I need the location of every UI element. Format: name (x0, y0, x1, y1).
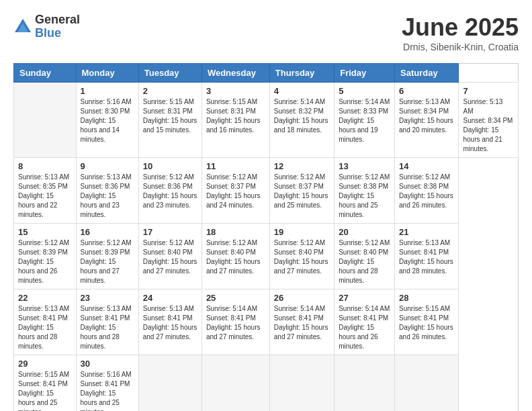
sunset-text: Sunset: 8:39 PM (18, 248, 68, 256)
calendar-cell: 14Sunrise: 5:12 AMSunset: 8:38 PMDayligh… (395, 158, 459, 224)
calendar-cell: 28Sunrise: 5:15 AMSunset: 8:41 PMDayligh… (395, 289, 459, 355)
day-number: 1 (81, 86, 134, 96)
sunset-text: Sunset: 8:33 PM (339, 107, 388, 115)
calendar-cell: 16Sunrise: 5:12 AMSunset: 8:39 PMDayligh… (76, 224, 138, 289)
daylight-text: Daylight: 15 hours and 28 minutes. (339, 258, 378, 284)
day-number: 11 (206, 161, 265, 171)
calendar-cell: 11Sunrise: 5:12 AMSunset: 8:37 PMDayligh… (202, 158, 269, 224)
sunset-text: Sunset: 8:41 PM (274, 314, 324, 322)
sunrise-text: Sunrise: 5:12 AM (274, 173, 325, 181)
daylight-text: Daylight: 15 hours and 26 minutes. (18, 258, 57, 284)
logo-text: General Blue (35, 13, 80, 40)
day-info: Sunrise: 5:12 AMSunset: 8:39 PMDaylight:… (81, 238, 134, 285)
header-saturday: Saturday (395, 64, 459, 83)
sunrise-text: Sunrise: 5:16 AM (81, 98, 132, 105)
day-number: 3 (206, 86, 265, 96)
day-info: Sunrise: 5:15 AMSunset: 8:41 PMDaylight:… (18, 370, 72, 411)
day-info: Sunrise: 5:12 AMSunset: 8:36 PMDaylight:… (143, 173, 197, 210)
daylight-text: Daylight: 15 hours and 27 minutes. (206, 258, 261, 275)
day-info: Sunrise: 5:13 AMSunset: 8:34 PMDaylight:… (399, 97, 454, 135)
day-number: 14 (399, 161, 454, 171)
calendar-cell: 22Sunrise: 5:13 AMSunset: 8:41 PMDayligh… (14, 289, 77, 355)
day-info: Sunrise: 5:12 AMSunset: 8:40 PMDaylight:… (274, 238, 330, 276)
sunrise-text: Sunrise: 5:12 AM (206, 173, 257, 181)
sunset-text: Sunset: 8:40 PM (274, 248, 324, 256)
calendar-cell: 17Sunrise: 5:12 AMSunset: 8:40 PMDayligh… (138, 224, 202, 289)
day-info: Sunrise: 5:13 AMSunset: 8:34 PMDaylight:… (463, 97, 514, 154)
day-number: 13 (339, 161, 390, 171)
day-info: Sunrise: 5:15 AMSunset: 8:31 PMDaylight:… (206, 97, 265, 135)
day-info: Sunrise: 5:13 AMSunset: 8:41 PMDaylight:… (81, 304, 134, 351)
day-number: 27 (339, 293, 390, 303)
day-number: 7 (463, 86, 514, 96)
logo-icon (13, 17, 32, 36)
day-info: Sunrise: 5:16 AMSunset: 8:30 PMDaylight:… (81, 97, 134, 144)
calendar-cell (395, 355, 459, 412)
sunrise-text: Sunrise: 5:12 AM (143, 173, 194, 181)
sunrise-text: Sunrise: 5:13 AM (143, 305, 194, 312)
calendar-cell: 5Sunrise: 5:14 AMSunset: 8:33 PMDaylight… (335, 83, 395, 158)
day-number: 29 (18, 359, 72, 369)
calendar-cell: 9Sunrise: 5:13 AMSunset: 8:36 PMDaylight… (76, 158, 138, 224)
sunrise-text: Sunrise: 5:15 AM (143, 98, 194, 105)
day-number: 19 (274, 227, 330, 237)
day-number: 26 (274, 293, 330, 303)
day-info: Sunrise: 5:12 AMSunset: 8:39 PMDaylight:… (18, 238, 72, 285)
week-row-2: 8Sunrise: 5:13 AMSunset: 8:35 PMDaylight… (14, 158, 519, 224)
day-number: 15 (18, 227, 72, 237)
month-title: June 2025 (402, 13, 519, 42)
day-number: 17 (143, 227, 197, 237)
day-number: 21 (399, 227, 454, 237)
daylight-text: Daylight: 15 hours and 27 minutes. (274, 258, 328, 275)
calendar-cell: 8Sunrise: 5:13 AMSunset: 8:35 PMDaylight… (14, 158, 77, 224)
calendar-cell (138, 355, 202, 412)
calendar-cell: 15Sunrise: 5:12 AMSunset: 8:39 PMDayligh… (14, 224, 77, 289)
sunrise-text: Sunrise: 5:14 AM (339, 98, 390, 105)
day-number: 30 (81, 359, 134, 369)
day-info: Sunrise: 5:12 AMSunset: 8:40 PMDaylight:… (206, 238, 265, 276)
week-row-5: 29Sunrise: 5:15 AMSunset: 8:41 PMDayligh… (14, 355, 519, 412)
calendar-cell: 12Sunrise: 5:12 AMSunset: 8:37 PMDayligh… (269, 158, 334, 224)
calendar-cell: 6Sunrise: 5:13 AMSunset: 8:34 PMDaylight… (395, 83, 459, 158)
calendar-cell: 3Sunrise: 5:15 AMSunset: 8:31 PMDaylight… (202, 83, 269, 158)
day-info: Sunrise: 5:12 AMSunset: 8:38 PMDaylight:… (399, 173, 454, 210)
daylight-text: Daylight: 15 hours and 18 minutes. (274, 117, 328, 134)
daylight-text: Daylight: 15 hours and 25 minutes. (339, 192, 378, 218)
sunset-text: Sunset: 8:40 PM (143, 248, 193, 256)
daylight-text: Daylight: 15 hours and 22 minutes. (18, 192, 57, 218)
calendar-cell: 2Sunrise: 5:15 AMSunset: 8:31 PMDaylight… (138, 83, 202, 158)
sunset-text: Sunset: 8:36 PM (81, 183, 130, 190)
daylight-text: Daylight: 15 hours and 15 minutes. (143, 117, 197, 134)
title-block: June 2025 Drnis, Sibenik-Knin, Croatia (402, 13, 519, 52)
daylight-text: Daylight: 15 hours and 23 minutes. (143, 192, 197, 209)
calendar-cell: 1Sunrise: 5:16 AMSunset: 8:30 PMDaylight… (76, 83, 138, 158)
day-info: Sunrise: 5:13 AMSunset: 8:41 PMDaylight:… (399, 238, 454, 276)
calendar-header-row: SundayMondayTuesdayWednesdayThursdayFrid… (14, 64, 519, 83)
calendar-cell: 19Sunrise: 5:12 AMSunset: 8:40 PMDayligh… (269, 224, 334, 289)
logo-blue-text: Blue (35, 27, 80, 40)
sunset-text: Sunset: 8:32 PM (274, 107, 324, 115)
daylight-text: Daylight: 15 hours and 14 minutes. (81, 117, 120, 143)
sunrise-text: Sunrise: 5:12 AM (339, 239, 390, 246)
calendar-cell: 25Sunrise: 5:14 AMSunset: 8:41 PMDayligh… (202, 289, 269, 355)
daylight-text: Daylight: 15 hours and 26 minutes. (399, 324, 453, 340)
header-sunday: Sunday (14, 64, 77, 83)
daylight-text: Daylight: 15 hours and 16 minutes. (206, 117, 261, 134)
daylight-text: Daylight: 15 hours and 28 minutes. (399, 258, 453, 275)
day-number: 2 (143, 86, 197, 96)
calendar-cell: 20Sunrise: 5:12 AMSunset: 8:40 PMDayligh… (335, 224, 395, 289)
sunset-text: Sunset: 8:31 PM (143, 107, 193, 115)
sunrise-text: Sunrise: 5:12 AM (18, 239, 69, 246)
sunset-text: Sunset: 8:37 PM (206, 183, 256, 190)
day-info: Sunrise: 5:13 AMSunset: 8:41 PMDaylight:… (143, 304, 197, 342)
sunrise-text: Sunrise: 5:13 AM (81, 173, 132, 181)
sunset-text: Sunset: 8:41 PM (339, 314, 388, 322)
day-info: Sunrise: 5:13 AMSunset: 8:35 PMDaylight:… (18, 173, 72, 220)
sunset-text: Sunset: 8:34 PM (463, 117, 513, 124)
calendar-cell: 21Sunrise: 5:13 AMSunset: 8:41 PMDayligh… (395, 224, 459, 289)
day-info: Sunrise: 5:15 AMSunset: 8:41 PMDaylight:… (399, 304, 454, 342)
sunrise-text: Sunrise: 5:13 AM (463, 98, 502, 115)
calendar-cell: 10Sunrise: 5:12 AMSunset: 8:36 PMDayligh… (138, 158, 202, 224)
sunrise-text: Sunrise: 5:13 AM (399, 239, 450, 246)
day-info: Sunrise: 5:12 AMSunset: 8:37 PMDaylight:… (206, 173, 265, 210)
